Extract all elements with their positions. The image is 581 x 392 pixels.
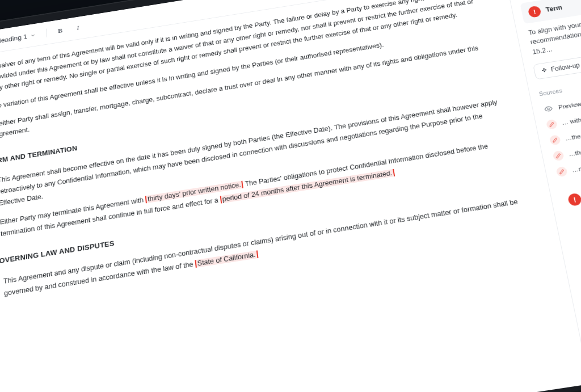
followup-button[interactable]: Follow-up	[533, 57, 581, 80]
sparkle-icon	[540, 67, 548, 74]
alert-icon: !	[567, 193, 581, 206]
pen-icon	[552, 150, 564, 162]
heading-select[interactable]: Heading 1	[0, 28, 41, 47]
document-pane: Heading 1 B I 14.2 A waiver of any term …	[0, 0, 581, 392]
issue-term[interactable]: ! Term	[520, 0, 581, 24]
preview-all-button[interactable]: Preview all	[541, 78, 581, 118]
heading-select-label: Heading 1	[0, 32, 27, 44]
document-body[interactable]: 14.2 A waiver of any term of this Agreem…	[0, 0, 581, 392]
eye-icon	[542, 104, 554, 115]
divider	[46, 28, 47, 37]
italic-button[interactable]: I	[71, 20, 86, 35]
issue-label: Term	[545, 4, 563, 14]
svg-point-1	[548, 108, 550, 110]
pen-icon	[546, 119, 558, 130]
chevron-down-icon	[30, 32, 36, 38]
pen-icon	[549, 134, 561, 145]
alert-icon: !	[528, 6, 542, 18]
bold-button[interactable]: B	[53, 23, 68, 38]
pen-icon	[555, 166, 568, 178]
